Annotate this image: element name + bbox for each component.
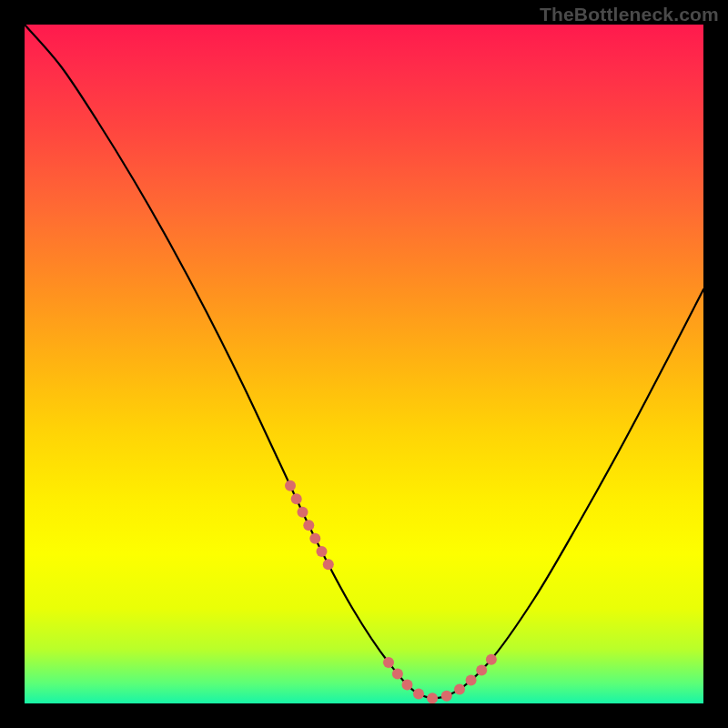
curve-dot [383, 657, 394, 668]
curve-dot [486, 654, 497, 665]
curve-dot [454, 683, 465, 694]
curve-dot [402, 680, 413, 691]
curve-dot [317, 546, 328, 557]
curve-dot [291, 493, 302, 504]
dotted-overlay [285, 480, 497, 703]
chart-plot-area [25, 25, 703, 703]
chart-svg [25, 25, 703, 703]
curve-dot [298, 507, 308, 518]
curve-dot [309, 533, 320, 544]
chart-frame: TheBottleneck.com [0, 0, 728, 728]
curve-dot [476, 665, 487, 676]
curve-dot [303, 520, 314, 531]
watermark-text: TheBottleneck.com [540, 4, 719, 25]
curve-dot [392, 669, 403, 680]
curve-line [25, 25, 703, 698]
curve-dot [413, 689, 424, 700]
curve-dot [427, 693, 438, 703]
curve-dot [441, 691, 452, 702]
curve-dot [466, 675, 477, 686]
curve-dot [285, 480, 296, 491]
curve-dot [323, 559, 334, 570]
